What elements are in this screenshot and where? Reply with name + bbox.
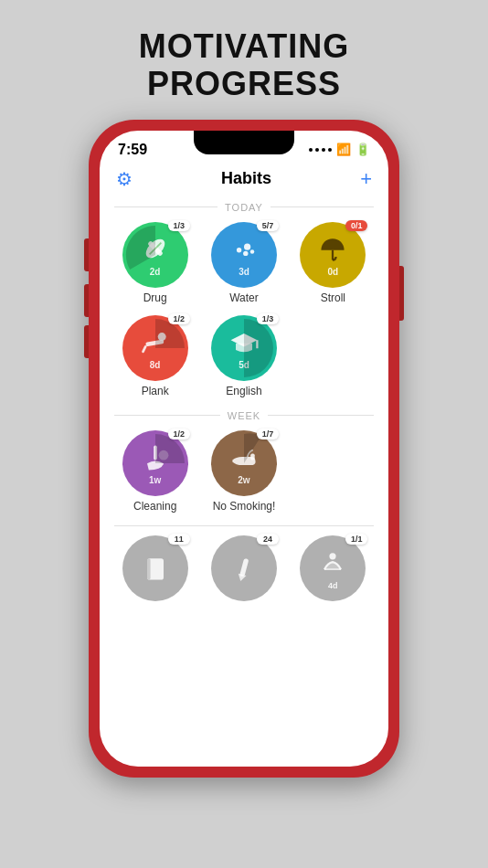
english-days: 5d xyxy=(239,360,249,370)
bottom-divider xyxy=(100,522,388,530)
time-display: 7:59 xyxy=(118,142,147,158)
habit-pencil[interactable]: 24 xyxy=(207,535,281,605)
filter-icon[interactable]: ⚙ xyxy=(116,168,133,190)
habit-drug[interactable]: 2d 1/3 Drug xyxy=(119,222,192,304)
phone-screen: 7:59 📶 🔋 ⚙ Habits + TODAY xyxy=(100,131,388,767)
status-icons: 📶 🔋 xyxy=(309,143,370,156)
svg-point-3 xyxy=(237,248,241,252)
status-bar: 7:59 📶 🔋 xyxy=(100,131,388,162)
water-badge: 5/7 xyxy=(257,220,279,231)
habit-stroll[interactable]: 0d 0/1 Stroll xyxy=(296,222,369,304)
phone-frame: 7:59 📶 🔋 ⚙ Habits + TODAY xyxy=(89,120,399,778)
drug-days: 2d xyxy=(150,267,161,277)
svg-rect-9 xyxy=(145,340,164,347)
stroll-name: Stroll xyxy=(321,291,345,304)
nosmoking-days: 2w xyxy=(238,475,249,485)
svg-rect-15 xyxy=(250,454,255,460)
today-divider: TODAY xyxy=(100,198,388,217)
habit-empty-2 xyxy=(296,430,369,513)
notch xyxy=(194,131,294,154)
habit-empty-1 xyxy=(296,315,369,397)
english-name: English xyxy=(226,385,261,397)
habits-row-1: 2d 1/3 Drug xyxy=(100,217,388,310)
nosmoking-name: No Smoking! xyxy=(213,500,276,513)
stroll-badge: 0/1 xyxy=(345,220,367,231)
svg-point-20 xyxy=(330,553,336,559)
habits-row-2: 8d 1/2 Plank xyxy=(100,310,388,403)
svg-point-14 xyxy=(158,450,168,460)
nosmoking-badge: 1/7 xyxy=(257,429,279,439)
svg-line-10 xyxy=(143,347,145,352)
svg-marker-19 xyxy=(237,574,247,582)
book-badge: 11 xyxy=(168,534,190,545)
habits-row-4: 11 24 xyxy=(100,530,388,610)
habit-nosmoking[interactable]: 2w 1/7 No Smoking! xyxy=(207,430,281,513)
wifi-icon: 📶 xyxy=(336,143,351,156)
svg-rect-18 xyxy=(239,558,249,577)
plank-badge: 1/2 xyxy=(168,313,190,324)
nav-title: Habits xyxy=(221,169,271,188)
english-badge: 1/3 xyxy=(257,313,279,324)
water-days: 3d xyxy=(239,267,249,277)
plank-name: Plank xyxy=(142,385,169,397)
svg-rect-17 xyxy=(147,558,151,579)
nav-bar: ⚙ Habits + xyxy=(100,162,388,198)
pencil-badge: 24 xyxy=(257,534,279,545)
svg-point-5 xyxy=(243,251,248,256)
habits-row-3: 1w 1/2 Cleaning xyxy=(100,425,388,518)
habit-plank[interactable]: 8d 1/2 Plank xyxy=(119,315,192,397)
habit-meditate[interactable]: 4d 1/1 xyxy=(296,535,369,605)
svg-rect-13 xyxy=(154,446,157,460)
page-title: MOTIVATING PROGRESS xyxy=(139,27,350,103)
drug-name: Drug xyxy=(143,291,167,304)
habit-english[interactable]: 5d 1/3 English xyxy=(207,315,281,397)
habit-cleaning[interactable]: 1w 1/2 Cleaning xyxy=(119,430,192,513)
meditate-badge: 1/1 xyxy=(345,534,367,545)
week-divider: WEEK xyxy=(100,407,388,425)
habits-scroll-area[interactable]: TODAY xyxy=(100,198,388,767)
meditate-days: 4d xyxy=(328,581,338,590)
cleaning-name: Cleaning xyxy=(133,500,176,513)
cleaning-badge: 1/2 xyxy=(168,429,190,439)
habit-water[interactable]: 3d 5/7 Water xyxy=(207,222,281,304)
drug-badge: 1/3 xyxy=(168,220,190,231)
water-name: Water xyxy=(229,291,259,304)
svg-point-4 xyxy=(244,244,250,250)
add-habit-button[interactable]: + xyxy=(360,167,372,191)
stroll-days: 0d xyxy=(327,267,338,277)
battery-icon: 🔋 xyxy=(355,143,370,156)
plank-days: 8d xyxy=(150,360,161,370)
svg-point-6 xyxy=(250,250,255,255)
cleaning-days: 1w xyxy=(149,475,161,485)
habit-book[interactable]: 11 xyxy=(119,535,192,605)
signal-dots xyxy=(309,148,332,152)
